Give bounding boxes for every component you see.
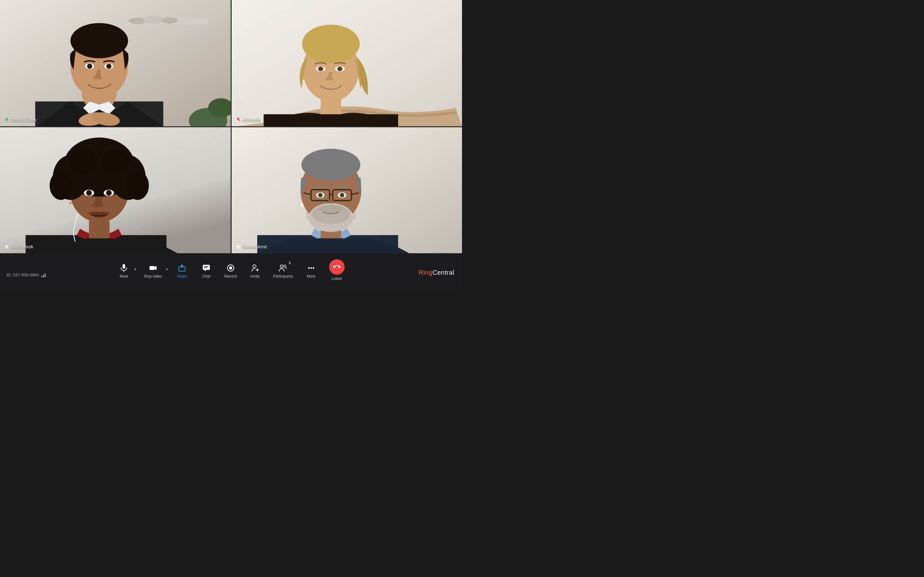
record-button[interactable]: Record (219, 260, 242, 282)
svg-rect-51 (6, 245, 7, 247)
svg-point-4 (162, 17, 178, 24)
leave-wrap[interactable]: Leave (324, 258, 350, 284)
svg-point-45 (126, 171, 149, 200)
video-tile-amanda: Amanda (232, 0, 462, 126)
invite-button[interactable]: Invite (244, 260, 267, 282)
svg-point-89 (312, 267, 314, 269)
svg-point-81 (229, 266, 232, 269)
svg-point-13 (87, 64, 92, 69)
mute-button[interactable]: Mute (112, 260, 136, 282)
participants-icon: 5 (278, 263, 288, 272)
chat-button[interactable]: Chat (195, 260, 218, 282)
svg-rect-71 (237, 245, 239, 247)
invite-icon (250, 263, 260, 272)
svg-point-67 (340, 193, 344, 197)
svg-rect-75 (150, 266, 155, 270)
svg-point-15 (106, 64, 111, 69)
more-icon (307, 263, 316, 272)
svg-point-50 (69, 201, 72, 204)
svg-point-85 (280, 265, 283, 268)
svg-point-44 (50, 171, 72, 200)
name-label-amanda: Amanda (236, 117, 260, 122)
brand-central: Central (433, 269, 454, 276)
brand-logo: RingCentral (419, 269, 454, 276)
participants-button[interactable]: 5 Participants (268, 260, 298, 282)
signal-bar-1 (41, 276, 42, 277)
signal-bar-3 (45, 274, 45, 277)
svg-point-47 (86, 190, 92, 195)
more-button[interactable]: More (300, 260, 323, 282)
share-icon (178, 263, 186, 272)
svg-rect-36 (89, 221, 110, 238)
svg-point-11 (71, 23, 128, 58)
video-tile-david: David Chun (0, 0, 231, 126)
name-label-sanaa: Sanaa Amir (236, 244, 268, 250)
video-tile-sanaa: Sanaa Amir (232, 127, 462, 253)
signal-bars (41, 273, 45, 277)
leave-button[interactable] (329, 259, 344, 275)
svg-point-65 (318, 193, 322, 197)
mute-group: Mute ▲ (112, 260, 137, 282)
record-icon (226, 263, 235, 272)
participants-count: 5 (289, 261, 291, 265)
svg-point-25 (302, 25, 360, 63)
share-button[interactable]: Share (170, 260, 194, 282)
svg-rect-73 (123, 264, 125, 269)
svg-point-58 (301, 149, 360, 181)
video-grid: David Chun (0, 0, 462, 253)
mute-chevron-button[interactable]: ▲ (133, 267, 137, 271)
svg-point-30 (301, 77, 304, 80)
brand-ring: Ring (419, 269, 433, 276)
name-label-david: David Chun (5, 117, 36, 122)
video-chevron-button[interactable]: ▲ (165, 267, 169, 271)
svg-point-27 (318, 67, 323, 71)
svg-rect-18 (6, 118, 7, 120)
mute-icon (120, 263, 128, 272)
stop-video-group: Stop video ▲ (139, 260, 169, 282)
toolbar: ID: 237-956-0884 Mute ▲ (0, 253, 462, 288)
chat-icon (202, 263, 211, 272)
svg-point-43 (101, 149, 129, 174)
stop-video-button[interactable]: Stop video (139, 260, 167, 282)
camera-icon (149, 263, 158, 272)
svg-point-3 (144, 16, 164, 24)
svg-point-82 (253, 265, 256, 268)
meeting-id: ID: 237-956-0884 (6, 272, 45, 277)
phone-icon (333, 263, 341, 271)
svg-point-70 (318, 205, 343, 213)
svg-point-87 (308, 267, 310, 269)
svg-point-49 (106, 190, 111, 195)
svg-point-88 (310, 267, 312, 269)
svg-point-86 (284, 265, 286, 267)
video-tile-mari: Mari Mirek (0, 127, 231, 253)
name-label-mari: Mari Mirek (5, 244, 33, 250)
svg-rect-22 (263, 114, 398, 126)
signal-bar-2 (43, 275, 44, 277)
svg-point-29 (337, 67, 342, 71)
svg-point-42 (69, 149, 98, 174)
